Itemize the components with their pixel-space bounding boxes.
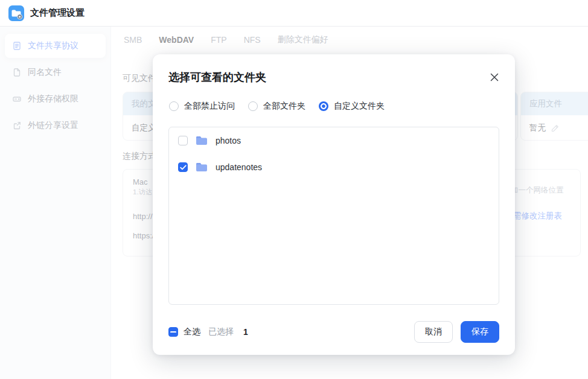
close-icon[interactable] (488, 71, 500, 83)
radio-label: 自定义文件夹 (334, 101, 385, 112)
checkbox-unchecked[interactable] (178, 136, 188, 145)
folder-icon (196, 136, 208, 145)
radio-label: 全部禁止访问 (184, 101, 235, 112)
folder-icon (196, 162, 208, 172)
selected-label: 已选择 (208, 326, 234, 337)
checkbox-indeterminate[interactable] (168, 327, 178, 337)
radio-forbid-all[interactable]: 全部禁止访问 (169, 101, 235, 112)
access-mode-radio-group: 全部禁止访问 全部文件夹 自定义文件夹 (169, 101, 385, 112)
cancel-button[interactable]: 取消 (414, 321, 453, 343)
checkbox-checked[interactable] (178, 162, 188, 172)
radio-unchecked-icon (169, 101, 179, 111)
folder-name: updatenotes (216, 162, 262, 172)
folder-gear-app-icon (8, 5, 24, 21)
select-all-label[interactable]: 全选 (184, 326, 200, 337)
select-folders-dialog: 选择可查看的文件夹 全部禁止访问 全部文件夹 自定义文件夹 (153, 54, 515, 355)
footer-buttons: 取消 保存 (414, 321, 499, 343)
radio-all-folders[interactable]: 全部文件夹 (248, 101, 305, 112)
radio-unchecked-icon (248, 101, 258, 111)
folder-row-photos[interactable]: photos (169, 127, 499, 154)
radio-label: 全部文件夹 (263, 101, 305, 112)
page-title: 文件管理设置 (30, 7, 85, 19)
dialog-footer: 全选 已选择 1 取消 保存 (168, 321, 499, 343)
selected-count: 1 (243, 327, 248, 337)
folder-name: photos (216, 136, 241, 145)
save-button[interactable]: 保存 (461, 321, 499, 343)
radio-custom-folders[interactable]: 自定义文件夹 (319, 101, 385, 112)
file-management-settings-window: 文件管理设置 文件共享协议 同名文件 (0, 0, 588, 379)
radio-checked-icon (319, 101, 328, 111)
window-header: 文件管理设置 (0, 0, 588, 27)
folder-row-updatenotes[interactable]: updatenotes (169, 154, 499, 180)
dialog-title: 选择可查看的文件夹 (168, 70, 266, 84)
folder-list: photos updatenotes (168, 127, 499, 305)
select-all-group: 全选 已选择 1 (168, 326, 248, 337)
